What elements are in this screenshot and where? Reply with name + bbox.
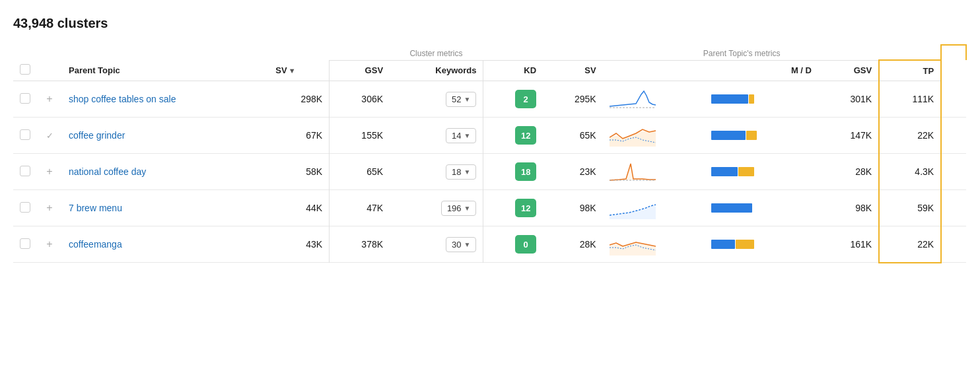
table-row: ✓ coffee grinder 67K 155K 14 ▼ 12 65K 14… — [13, 118, 966, 154]
row-trend-cell — [603, 190, 705, 226]
keywords-arrow-icon: ▼ — [464, 168, 471, 176]
kd-badge: 0 — [515, 235, 536, 254]
row-checkbox[interactable] — [20, 93, 30, 104]
keywords-dropdown-btn[interactable]: 196 ▼ — [441, 201, 477, 216]
row-topic-cell: coffeemanga — [62, 226, 269, 263]
row-gsv-parent-cell: 98K — [818, 190, 879, 226]
gsv-col-header: GSV — [330, 60, 390, 81]
md-bar-chart — [711, 131, 764, 140]
row-gsv-cell: 65K — [330, 154, 390, 190]
row-action-icon[interactable]: + — [44, 93, 55, 105]
row-action-cell: + — [37, 190, 62, 226]
md-col-header: M / D — [705, 60, 818, 81]
row-checkbox-cell — [13, 154, 37, 190]
row-checkbox[interactable] — [20, 166, 30, 176]
row-sv-cell: 298K — [269, 81, 329, 118]
checkbox-header — [13, 60, 37, 81]
row-gsv-parent-cell: 28K — [818, 154, 879, 190]
keywords-dropdown-btn[interactable]: 30 ▼ — [446, 237, 476, 252]
md-bar-yellow — [738, 167, 754, 176]
sv-col-header[interactable]: SV ▼ — [269, 60, 329, 81]
row-action-cell: ✓ — [37, 118, 62, 154]
row-action-cell: + — [37, 81, 62, 118]
md-bar-chart — [711, 94, 764, 104]
select-all-checkbox[interactable] — [20, 64, 30, 75]
keywords-dropdown-btn[interactable]: 52 ▼ — [446, 92, 476, 107]
action-header — [37, 60, 62, 81]
row-checkbox-cell — [13, 81, 37, 118]
keywords-arrow-icon: ▼ — [464, 132, 471, 139]
md-bar-chart — [711, 167, 764, 176]
md-bar-yellow — [746, 131, 757, 140]
row-keywords-cell: 14 ▼ — [390, 118, 483, 154]
topic-link[interactable]: national coffee day — [69, 166, 146, 177]
parent-topic-col-header: Parent Topic — [62, 60, 269, 81]
md-bar-blue — [711, 240, 735, 249]
row-topic-cell: shop coffee tables on sale — [62, 81, 269, 118]
row-gsv-cell: 155K — [330, 118, 390, 154]
md-bar-yellow — [749, 94, 754, 104]
parent-metrics-header: Parent Topic's metrics — [543, 45, 941, 60]
trend-col-header — [603, 60, 705, 81]
md-bar-yellow — [736, 240, 754, 249]
row-gsv-cell: 47K — [330, 190, 390, 226]
row-kd-cell: 12 — [483, 118, 543, 154]
row-sv-cell: 43K — [269, 226, 329, 263]
row-sv-cell: 58K — [269, 154, 329, 190]
table-row: + coffeemanga 43K 378K 30 ▼ 0 28K 161K 2… — [13, 226, 966, 263]
row-md-cell — [705, 154, 818, 190]
row-action-icon[interactable]: + — [44, 202, 55, 214]
row-action-icon[interactable]: + — [44, 238, 55, 250]
column-header-row: Parent Topic SV ▼ GSV Keywords KD SV M /… — [13, 60, 966, 81]
topic-link[interactable]: 7 brew menu — [69, 203, 122, 213]
kd-badge: 12 — [515, 126, 536, 145]
row-sv-parent-cell: 65K — [543, 118, 603, 154]
row-gsv-parent-cell: 301K — [818, 81, 879, 118]
sparkline-chart — [610, 160, 656, 183]
tp-col-header: TP — [879, 60, 941, 81]
row-action-cell: + — [37, 226, 62, 263]
tp-group-empty — [941, 45, 966, 60]
kd-badge: 18 — [515, 162, 536, 181]
row-sv-parent-cell: 98K — [543, 190, 603, 226]
row-keywords-cell: 30 ▼ — [390, 226, 483, 263]
keywords-arrow-icon: ▼ — [464, 205, 471, 212]
row-checkbox[interactable] — [20, 129, 30, 140]
sort-arrow-icon: ▼ — [289, 67, 296, 75]
row-checkbox-cell — [13, 118, 37, 154]
topic-link[interactable]: coffeemanga — [69, 239, 122, 250]
keywords-arrow-icon: ▼ — [464, 96, 471, 103]
row-sv-cell: 44K — [269, 190, 329, 226]
table-row: + national coffee day 58K 65K 18 ▼ 18 23… — [13, 154, 966, 190]
keywords-dropdown-btn[interactable]: 18 ▼ — [446, 164, 476, 180]
row-trend-cell — [603, 118, 705, 154]
table-row: + 7 brew menu 44K 47K 196 ▼ 12 98K 98K 5… — [13, 190, 966, 226]
cluster-metrics-header: Cluster metrics — [330, 45, 543, 60]
md-bar-blue — [711, 203, 752, 213]
row-gsv-cell: 378K — [330, 226, 390, 263]
md-bar-chart — [711, 203, 764, 213]
row-tp-cell: 22K — [879, 118, 941, 154]
keywords-dropdown-btn[interactable]: 14 ▼ — [446, 128, 476, 143]
row-gsv-cell: 306K — [330, 81, 390, 118]
row-tp-cell: 111K — [879, 81, 941, 118]
row-action-icon[interactable]: ✓ — [44, 130, 55, 141]
row-sv-parent-cell: 295K — [543, 81, 603, 118]
table-body: + shop coffee tables on sale 298K 306K 5… — [13, 81, 966, 263]
row-sv-parent-cell: 23K — [543, 154, 603, 190]
topic-link[interactable]: coffee grinder — [69, 130, 125, 141]
row-checkbox[interactable] — [20, 202, 30, 213]
row-kd-cell: 12 — [483, 190, 543, 226]
row-kd-cell: 0 — [483, 226, 543, 263]
md-bar-blue — [711, 131, 746, 140]
row-tp-cell: 22K — [879, 226, 941, 263]
empty-group — [13, 45, 330, 60]
md-bar-chart — [711, 240, 764, 249]
row-checkbox[interactable] — [20, 238, 30, 249]
sparkline-chart — [610, 197, 656, 219]
row-action-icon[interactable]: + — [44, 166, 55, 178]
row-tp-cell: 4.3K — [879, 154, 941, 190]
topic-link[interactable]: shop coffee tables on sale — [69, 94, 176, 104]
sparkline-chart — [610, 124, 656, 147]
row-keywords-cell: 196 ▼ — [390, 190, 483, 226]
